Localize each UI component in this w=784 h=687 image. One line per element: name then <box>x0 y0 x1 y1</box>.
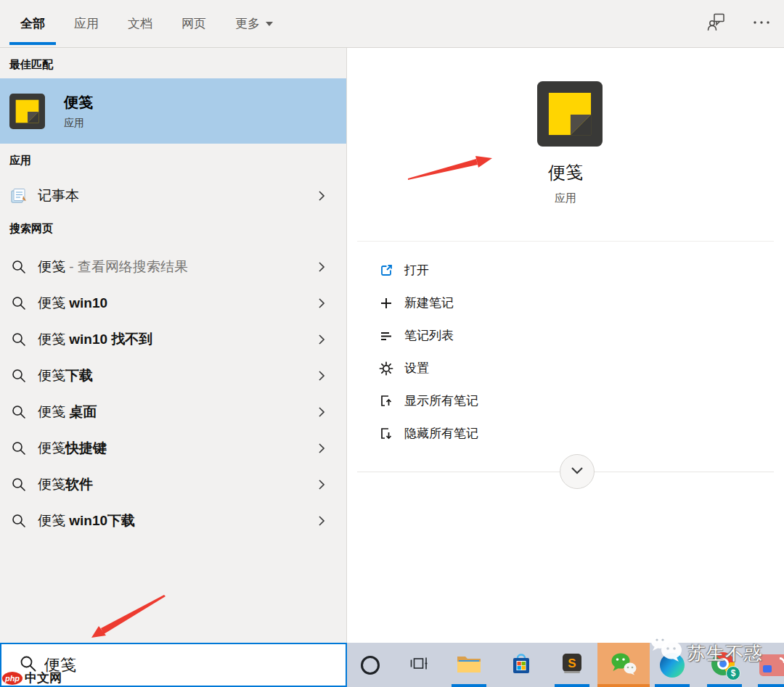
tab-web-label: 网页 <box>181 15 206 32</box>
topbar-actions <box>706 0 771 47</box>
best-match-result-sticky-notes[interactable]: 便笺 应用 <box>0 78 346 144</box>
feedback-icon[interactable] <box>706 12 727 36</box>
file-explorer-button[interactable] <box>453 643 485 687</box>
sticky-notes-app-icon <box>9 94 45 129</box>
web-suggestion-row[interactable]: 便笺 win10下载 <box>0 503 346 539</box>
screen-cast-icon <box>759 654 784 676</box>
tab-more-label: 更多 <box>235 15 260 32</box>
svg-text:S: S <box>568 657 576 670</box>
action-settings[interactable]: 设置 <box>347 352 784 384</box>
running-indicator <box>452 684 486 687</box>
search-icon <box>11 368 27 384</box>
chrome-finance-button[interactable]: $ <box>710 643 739 687</box>
task-view-button[interactable] <box>405 643 433 687</box>
tab-web[interactable]: 网页 <box>171 0 217 47</box>
tab-documents[interactable]: 文档 <box>117 0 163 47</box>
edge-button[interactable] <box>658 643 687 687</box>
web-suggestion-row[interactable]: 便笺软件 <box>0 466 346 503</box>
search-filter-bar: 全部 应用 文档 网页 更多 <box>0 0 784 48</box>
search-icon <box>11 404 27 420</box>
web-section-header: 搜索网页 <box>9 222 53 236</box>
screen-cast-button[interactable] <box>759 643 784 687</box>
sublime-text-button[interactable]: S <box>558 643 587 687</box>
tab-all-label: 全部 <box>20 15 45 32</box>
web-suggestion-row[interactable]: 便笺 win10 找不到 <box>0 321 346 358</box>
web-suggestion-row[interactable]: 便笺 win10 <box>0 285 346 321</box>
wechat-icon <box>610 651 637 679</box>
action-label: 显示所有笔记 <box>404 392 478 409</box>
chevron-down-icon <box>266 22 273 26</box>
search-results-panel: 最佳匹配 便笺 应用 应用 <box>0 48 347 643</box>
app-name: 便笺 <box>347 161 784 184</box>
taskbar: S $ <box>347 643 784 687</box>
edge-icon <box>660 653 685 678</box>
tab-more[interactable]: 更多 <box>224 0 284 47</box>
search-icon <box>11 332 27 347</box>
cortana-button[interactable] <box>359 643 382 687</box>
chevron-right-icon[interactable] <box>314 296 329 313</box>
action-note-list[interactable]: 笔记列表 <box>347 319 784 352</box>
app-type-label: 应用 <box>347 192 784 205</box>
divider <box>357 241 774 242</box>
chevron-right-icon[interactable] <box>314 441 329 458</box>
action-hide-all-notes[interactable]: 隐藏所有笔记 <box>347 417 784 450</box>
notepad-icon <box>9 186 28 205</box>
tab-apps[interactable]: 应用 <box>63 0 110 47</box>
search-icon <box>11 513 27 529</box>
expand-more-button[interactable] <box>560 454 595 489</box>
sticky-notes-app-icon-large <box>537 81 603 147</box>
search-icon <box>11 259 27 275</box>
running-indicator <box>707 684 742 687</box>
search-input[interactable] <box>44 656 277 675</box>
tab-apps-label: 应用 <box>74 15 99 32</box>
web-suggestion-row[interactable]: 便笺 桌面 <box>0 394 346 430</box>
microsoft-store-button[interactable] <box>505 643 537 687</box>
search-icon <box>11 295 27 311</box>
running-indicator <box>655 684 690 687</box>
web-suggestion-row[interactable]: 便笺 - 查看网络搜索结果 <box>0 249 346 285</box>
running-indicator <box>758 684 784 687</box>
action-show-all-notes[interactable]: 显示所有笔记 <box>347 384 784 417</box>
task-view-icon <box>409 654 429 676</box>
search-icon <box>11 440 27 456</box>
action-label: 笔记列表 <box>404 327 454 344</box>
list-icon <box>379 329 393 343</box>
action-label: 隐藏所有笔记 <box>404 425 478 442</box>
chevron-right-icon[interactable] <box>314 369 329 386</box>
chrome-icon: $ <box>711 652 738 678</box>
hide-notes-icon <box>379 427 393 441</box>
best-match-subtitle: 应用 <box>64 117 93 130</box>
gear-icon <box>379 361 393 376</box>
sublime-text-icon: S <box>560 652 584 678</box>
app-result-label: 记事本 <box>38 186 79 205</box>
running-indicator <box>555 684 589 687</box>
chevron-right-icon[interactable] <box>314 405 329 422</box>
chevron-right-icon[interactable] <box>314 477 329 495</box>
microsoft-store-icon <box>509 651 534 679</box>
action-label: 设置 <box>404 360 429 377</box>
chevron-right-icon[interactable] <box>314 260 329 277</box>
chevron-right-icon[interactable] <box>314 332 329 350</box>
active-running-indicator <box>597 684 650 687</box>
windows-search-panel: 全部 应用 文档 网页 更多 <box>0 0 784 687</box>
action-open[interactable]: 打开 <box>347 254 784 287</box>
more-options-icon[interactable] <box>752 12 771 36</box>
tab-all[interactable]: 全部 <box>9 0 56 47</box>
show-notes-icon <box>379 394 393 408</box>
chevron-right-icon[interactable] <box>314 514 329 531</box>
open-launch-icon <box>379 263 393 278</box>
best-match-text: 便笺 应用 <box>64 93 93 130</box>
app-result-notepad[interactable]: 记事本 <box>0 178 346 213</box>
action-new-note[interactable]: 新建笔记 <box>347 287 784 319</box>
wechat-button[interactable] <box>597 643 650 687</box>
chevron-right-icon[interactable] <box>314 189 329 206</box>
web-suggestion-row[interactable]: 便笺快捷键 <box>0 430 346 466</box>
apps-section-header: 应用 <box>9 154 31 168</box>
web-suggestion-row[interactable]: 便笺下载 <box>0 358 346 394</box>
chevron-down-icon <box>568 461 587 482</box>
search-icon <box>11 477 27 493</box>
filter-tabs: 全部 应用 文档 网页 更多 <box>9 0 284 47</box>
action-label: 新建笔记 <box>404 295 454 311</box>
best-match-title: 便笺 <box>64 93 93 112</box>
web-suggestions-list: 便笺 - 查看网络搜索结果 便笺 win10 便笺 win10 找不到 便笺下载 <box>0 249 346 539</box>
